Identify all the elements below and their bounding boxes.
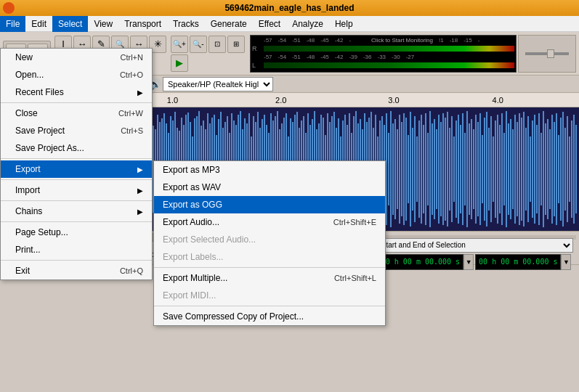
svg-rect-169 <box>510 119 511 219</box>
export-mp3[interactable]: Export as MP3 <box>154 161 385 179</box>
separator-4 <box>1 200 152 201</box>
file-print[interactable]: Print... <box>1 241 152 258</box>
svg-rect-161 <box>493 136 494 202</box>
timeline-3: 3.0 <box>388 96 399 105</box>
svg-rect-119 <box>401 122 402 216</box>
svg-rect-197 <box>571 121 572 218</box>
svg-rect-159 <box>488 128 490 211</box>
file-new[interactable]: New Ctrl+N <box>1 49 152 66</box>
svg-rect-168 <box>508 123 509 215</box>
svg-rect-117 <box>397 129 398 209</box>
export-audio[interactable]: Export Audio... Ctrl+Shift+E <box>154 213 385 231</box>
file-import[interactable]: Import ▶ <box>1 181 152 199</box>
svg-rect-140 <box>447 112 448 226</box>
menu-view[interactable]: View <box>88 16 118 32</box>
svg-rect-178 <box>530 136 531 202</box>
svg-rect-149 <box>466 111 468 227</box>
svg-rect-196 <box>569 136 570 202</box>
svg-rect-130 <box>425 113 426 225</box>
svg-rect-141 <box>449 128 450 211</box>
svg-rect-129 <box>423 125 424 213</box>
export-midi: Export MIDI... <box>154 287 385 304</box>
export-multiple[interactable]: Export Multiple... Ctrl+Shift+L <box>154 269 385 287</box>
svg-rect-166 <box>503 133 505 205</box>
svg-rect-128 <box>421 115 422 224</box>
svg-rect-173 <box>519 113 520 225</box>
svg-rect-114 <box>390 111 392 227</box>
menu-effect[interactable]: Effect <box>253 16 286 32</box>
svg-rect-189 <box>554 122 555 216</box>
svg-rect-121 <box>405 118 407 221</box>
svg-rect-156 <box>482 135 483 203</box>
svg-rect-123 <box>410 112 411 226</box>
menu-help[interactable]: Help <box>329 16 359 32</box>
svg-rect-174 <box>521 118 522 221</box>
file-export[interactable]: Export ▶ Export as MP3 Export as WAV Exp… <box>1 160 152 178</box>
file-open[interactable]: Open... Ctrl+O <box>1 66 152 83</box>
svg-rect-125 <box>414 116 416 222</box>
menu-select[interactable]: Select <box>52 16 88 32</box>
zoom-in-button[interactable]: 🔍+ <box>171 36 188 53</box>
file-exit[interactable]: Exit Ctrl+Q <box>1 262 152 279</box>
svg-rect-134 <box>434 119 435 219</box>
svg-rect-160 <box>490 116 492 222</box>
file-save-project[interactable]: Save Project Ctrl+S <box>1 122 152 139</box>
svg-rect-135 <box>436 129 437 209</box>
time-down-button-3[interactable]: ▼ <box>561 254 571 270</box>
play-button[interactable]: ▶ <box>171 54 188 72</box>
file-save-project-as[interactable]: Save Project As... <box>1 139 152 157</box>
time-display-2: 00 h 00 m 00.000 s <box>378 254 463 270</box>
svg-rect-145 <box>458 115 459 224</box>
export-ogg[interactable]: Export as OGG <box>154 196 385 213</box>
submenu-separator-1 <box>154 267 385 268</box>
menu-bar: File Edit Select View Transport Tracks G… <box>0 16 579 32</box>
svg-rect-139 <box>445 118 446 221</box>
separator-2 <box>1 158 152 159</box>
svg-rect-180 <box>534 115 535 224</box>
menu-file[interactable]: File <box>0 16 25 32</box>
zoom-fit-button[interactable]: ⊡ <box>208 36 226 53</box>
menu-tracks[interactable]: Tracks <box>167 16 205 32</box>
time-down-button-2[interactable]: ▼ <box>463 254 474 270</box>
svg-rect-171 <box>514 115 516 224</box>
svg-rect-138 <box>442 113 444 225</box>
output-device-select[interactable]: Speaker/HP (Realtek Higl <box>163 77 273 91</box>
svg-rect-190 <box>556 113 557 225</box>
selection-type-select[interactable]: Start and End of Selection <box>378 238 573 253</box>
svg-rect-184 <box>543 111 544 227</box>
title-bar: 569462main_eagle_has_landed <box>0 0 579 16</box>
zoom-sel-button[interactable]: ⊞ <box>227 36 245 53</box>
separator-1 <box>1 102 152 103</box>
file-close[interactable]: Close Ctrl+W <box>1 105 152 122</box>
svg-rect-133 <box>432 123 433 215</box>
submenu-separator-2 <box>154 306 385 306</box>
menu-edit[interactable]: Edit <box>25 16 52 32</box>
time-display-3: 00 h 00 m 00.000 s <box>475 254 561 270</box>
svg-rect-164 <box>499 125 501 213</box>
svg-rect-143 <box>453 136 455 202</box>
file-chains[interactable]: Chains ▶ <box>1 203 152 220</box>
svg-rect-192 <box>560 118 562 221</box>
svg-rect-154 <box>477 122 479 216</box>
export-wav[interactable]: Export as WAV <box>154 179 385 196</box>
menu-transport[interactable]: Transport <box>118 16 167 32</box>
zoom-out-button[interactable]: 🔍- <box>190 36 207 53</box>
menu-analyze[interactable]: Analyze <box>286 16 329 32</box>
svg-rect-155 <box>479 113 481 225</box>
save-compressed-copy[interactable]: Save Compressed Copy of Project... <box>154 308 385 325</box>
file-recent-files[interactable]: Recent Files ▶ <box>1 83 152 101</box>
svg-rect-170 <box>512 129 514 209</box>
svg-rect-137 <box>440 122 442 216</box>
file-page-setup[interactable]: Page Setup... <box>1 224 152 241</box>
export-labels: Export Labels... <box>154 248 385 266</box>
svg-rect-115 <box>392 123 394 215</box>
svg-rect-150 <box>469 123 470 215</box>
menu-generate[interactable]: Generate <box>205 16 253 32</box>
svg-rect-186 <box>547 119 548 219</box>
timeline-4: 4.0 <box>493 96 503 105</box>
svg-rect-116 <box>394 119 396 219</box>
svg-rect-195 <box>567 116 568 222</box>
export-selected-audio: Export Selected Audio... <box>154 231 385 248</box>
svg-rect-120 <box>403 113 405 225</box>
svg-rect-147 <box>462 113 463 225</box>
